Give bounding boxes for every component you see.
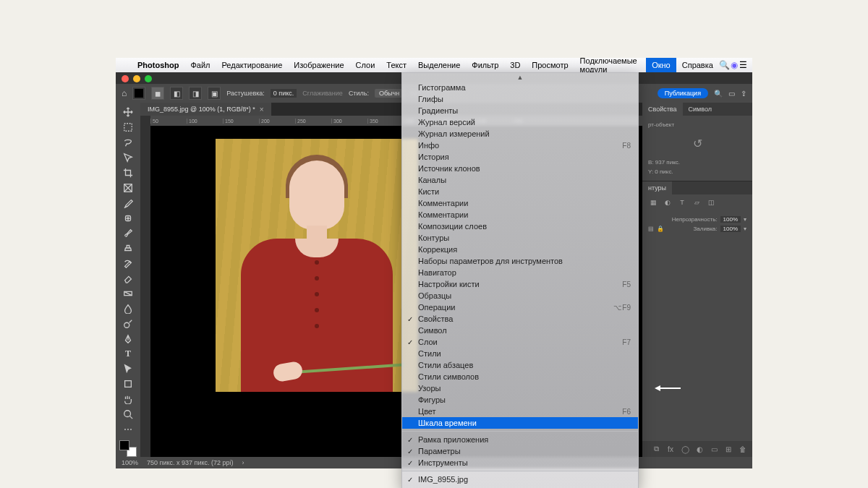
gradient-tool[interactable] — [119, 287, 137, 301]
menu-item-инфо[interactable]: ИнфоF8 — [402, 140, 638, 151]
quick-select-tool[interactable] — [119, 151, 137, 165]
menu-item-цвет[interactable]: ЦветF6 — [402, 406, 638, 417]
move-tool[interactable] — [119, 106, 137, 119]
menu-item-образцы[interactable]: Образцы — [402, 290, 638, 301]
menu-item-контуры[interactable]: Контуры — [402, 232, 638, 244]
hand-tool[interactable] — [119, 393, 137, 406]
menu-item-инструменты[interactable]: Инструменты — [402, 457, 638, 468]
scroll-up-icon[interactable]: ▲ — [402, 73, 638, 82]
crop-tool[interactable] — [119, 166, 137, 180]
lasso-tool[interactable] — [119, 136, 137, 150]
menu-item-шкала-времени[interactable]: Шкала времени — [402, 417, 638, 429]
group-icon[interactable]: ▭ — [709, 444, 719, 454]
menu-edit[interactable]: Редактирование — [216, 58, 288, 72]
adjustment-layer-icon[interactable]: ◐ — [694, 444, 705, 454]
new-layer-icon[interactable]: ⊞ — [723, 444, 733, 454]
menu-item-композиции-слоев[interactable]: Композиции слоев — [402, 221, 638, 232]
layer-mask-icon[interactable]: ◯ — [680, 444, 690, 454]
lock-icon[interactable]: ▤ — [648, 226, 654, 232]
link-layers-icon[interactable]: ⧉ — [651, 444, 661, 454]
menu-item-настройки-кисти[interactable]: Настройки кистиF5 — [402, 278, 638, 290]
minimize-window[interactable] — [133, 75, 140, 82]
menu-item-градиенты[interactable]: Градиенты — [402, 105, 638, 116]
tab-character[interactable]: Символ — [683, 103, 718, 116]
blur-tool[interactable] — [119, 301, 137, 315]
menu-item-img_8955.jpg[interactable]: IMG_8955.jpg — [402, 474, 638, 485]
dodge-tool[interactable] — [119, 317, 137, 330]
share-icon[interactable]: ⇪ — [741, 90, 746, 98]
menu-item-глифы[interactable]: Глифы — [402, 93, 638, 105]
search-icon[interactable]: 🔍 — [719, 60, 730, 70]
menu-3d[interactable]: 3D — [504, 58, 526, 72]
menu-item-навигатор[interactable]: Навигатор — [402, 267, 638, 278]
menu-layers[interactable]: Слои — [350, 58, 381, 72]
type-tool[interactable]: T — [119, 347, 137, 361]
menu-item-наборы-параметров-для-инструментов[interactable]: Наборы параметров для инструментов — [402, 255, 638, 267]
menu-item-стили[interactable]: Стили — [402, 348, 638, 359]
menu-item-символ[interactable]: Символ — [402, 325, 638, 336]
new-selection-icon[interactable]: ◼ — [151, 87, 164, 100]
siri-icon[interactable]: ◉ — [730, 60, 739, 70]
history-brush-tool[interactable] — [119, 257, 137, 270]
doc-info[interactable]: 750 пикс. x 937 пикс. (72 ppi) — [147, 459, 233, 466]
workspace-icon[interactable]: ▭ — [728, 90, 735, 98]
menu-item-каналы[interactable]: Каналы — [402, 174, 638, 186]
menu-file[interactable]: Файл — [184, 58, 216, 72]
menu-item-стили-абзацев[interactable]: Стили абзацев — [402, 359, 638, 371]
menu-text[interactable]: Текст — [380, 58, 412, 72]
menu-item-операции[interactable]: Операции⌥F9 — [402, 301, 638, 313]
fill-input[interactable]: 100% — [720, 226, 741, 232]
intersect-selection-icon[interactable]: ▣ — [208, 87, 221, 100]
opacity-input[interactable]: 100% — [720, 216, 741, 223]
reset-transform-icon[interactable]: ↺ — [648, 129, 746, 158]
menu-image[interactable]: Изображение — [288, 58, 349, 72]
menu-item-рамка-приложения[interactable]: Рамка приложения — [402, 434, 638, 445]
menu-item-параметры[interactable]: Параметры — [402, 445, 638, 457]
menu-item-комментарии[interactable]: Комментарии — [402, 209, 638, 221]
opacity-dropdown-icon[interactable]: ▾ — [744, 216, 746, 223]
marquee-tool[interactable] — [119, 121, 137, 134]
edit-toolbar[interactable]: ⋯ — [119, 422, 137, 436]
clone-stamp-tool[interactable] — [119, 241, 137, 255]
filter-shape-icon[interactable]: ▱ — [692, 197, 702, 207]
menu-item-кисти[interactable]: Кисти — [402, 186, 638, 197]
filter-adjust-icon[interactable]: ◐ — [663, 197, 673, 207]
eyedropper-tool[interactable] — [119, 196, 137, 210]
path-select-tool[interactable] — [119, 362, 137, 376]
filter-smart-icon[interactable]: ◫ — [706, 197, 716, 207]
publish-button[interactable]: Публикация — [658, 88, 708, 98]
app-name[interactable]: Photoshop — [132, 61, 184, 69]
delete-layer-icon[interactable]: 🗑 — [738, 444, 748, 454]
menu-item-журнал-измерений[interactable]: Журнал измерений — [402, 128, 638, 140]
close-window[interactable] — [122, 75, 129, 82]
menu-item-журнал-версий[interactable]: Журнал версий — [402, 116, 638, 128]
frame-tool[interactable] — [119, 181, 137, 194]
menu-filter[interactable]: Фильтр — [466, 58, 504, 72]
menu-item-стили-символов[interactable]: Стили символов — [402, 371, 638, 382]
doc-info-arrow-icon[interactable]: › — [242, 459, 244, 466]
maximize-window[interactable] — [145, 75, 152, 82]
healing-brush-tool[interactable] — [119, 211, 137, 225]
control-center-icon[interactable]: ☰ — [739, 60, 748, 70]
filter-type-icon[interactable]: T — [677, 197, 687, 207]
menu-item-комментарии[interactable]: Комментарии — [402, 197, 638, 209]
menu-item-фигуры[interactable]: Фигуры — [402, 394, 638, 406]
menu-item-гистограмма[interactable]: Гистограмма — [402, 82, 638, 93]
document-tab[interactable]: IMG_8955.jpg @ 100% (1, RGB/8*) * × — [140, 103, 271, 116]
menu-item-слои[interactable]: СлоиF7 — [402, 336, 638, 348]
menu-item-узоры[interactable]: Узоры — [402, 382, 638, 394]
color-swatches[interactable] — [119, 440, 137, 457]
menu-item-источник-клонов[interactable]: Источник клонов — [402, 163, 638, 174]
subtract-selection-icon[interactable]: ◨ — [189, 87, 202, 100]
zoom-tool[interactable] — [119, 408, 137, 421]
home-icon[interactable]: ⌂ — [122, 88, 127, 98]
fill-dropdown-icon[interactable]: ▾ — [744, 226, 746, 232]
lock-all-icon[interactable]: 🔒 — [657, 226, 664, 232]
filter-pixel-icon[interactable]: ▦ — [648, 197, 658, 207]
menu-window[interactable]: Окно — [646, 58, 676, 72]
eraser-tool[interactable] — [119, 272, 137, 286]
style-dropdown[interactable]: Обычн — [375, 89, 404, 98]
menu-select[interactable]: Выделение — [412, 58, 466, 72]
layer-fx-icon[interactable]: fx — [665, 444, 676, 454]
foreground-color[interactable] — [119, 440, 129, 450]
